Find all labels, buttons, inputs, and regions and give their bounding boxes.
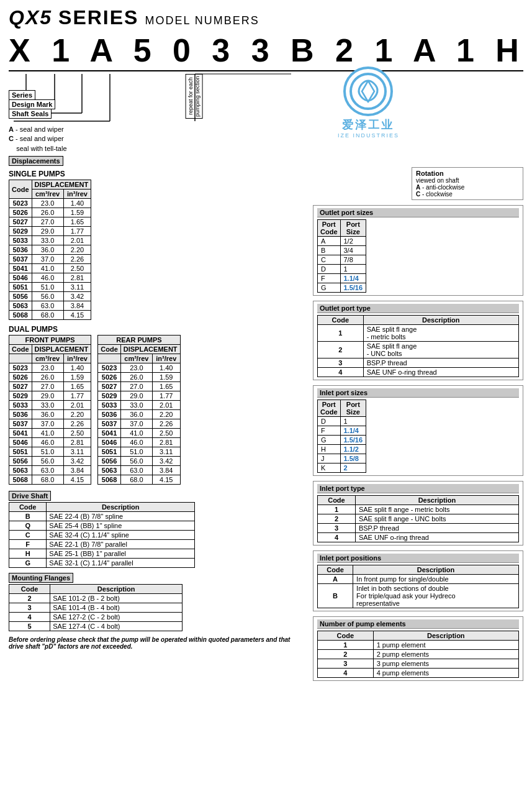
ipt-col-desc: Description	[355, 496, 518, 505]
pump-elements-table: Code Description 11 pump element22 pump …	[317, 631, 519, 678]
page-title: QX5 SERIES MODEL NUMBERS	[9, 6, 523, 29]
opt-col-code: Code	[318, 316, 364, 325]
table-row: BSAE 22-4 (B) 7/8" spline	[9, 512, 195, 521]
table-row: GSAE 32-1 (C) 1.1/4" parallel	[9, 559, 195, 568]
table-row: 504646.02.81	[9, 273, 91, 283]
rp-col-empty	[98, 354, 121, 363]
table-row: 2SAE 101-2 (B - 2 bolt)	[9, 594, 183, 603]
sp-col-code: Code	[9, 180, 32, 199]
dual-pumps-title: DUAL PUMPS	[9, 325, 307, 334]
sp-col-in3: in³/rev	[63, 189, 91, 199]
table-row: 502929.01.77	[9, 391, 91, 401]
outlet-port-type-box: Outlet port type Code Description 1SAE s…	[313, 301, 523, 380]
table-row: J1.5/8	[318, 454, 366, 463]
table-row: 502323.01.40	[98, 363, 180, 373]
table-row: HSAE 25-1 (BB) 1" parallel	[9, 549, 195, 559]
table-row: 506868.04.15	[9, 311, 91, 320]
pe-col-code: Code	[318, 631, 374, 641]
ipt-col-code: Code	[318, 496, 356, 505]
mounting-flanges-label-box: Mounting Flanges	[9, 573, 307, 584]
svg-point-10	[351, 74, 385, 109]
table-row: 503636.02.20	[98, 410, 180, 419]
rotation-subtitle: viewed on shaft	[416, 177, 519, 184]
table-row: FSAE 22-1 (B) 7/8" parallel	[9, 540, 195, 549]
table-row: H1.1/2	[318, 445, 366, 454]
inlet-port-sizes-table: PortCode PortSize D1F1.1/4G1.5/16H1.1/2J…	[317, 399, 366, 473]
outlet-port-sizes-box: Outlet port sizes PortCode PortSize A1/2…	[313, 205, 523, 296]
table-row: 1SAE split fl ange - metric bolts	[318, 505, 519, 514]
shaft-seals-section: A - seal and wiper C - seal and wiper se…	[9, 125, 523, 153]
displacements-label-box: Displacements	[9, 156, 523, 167]
ize-english-text: IZE INDUSTRIES	[338, 132, 399, 139]
table-row: QSAE 25-4 (BB) 1" spline	[9, 521, 195, 531]
table-row: G1.5/16	[318, 283, 366, 293]
table-row: 504646.02.81	[9, 438, 91, 447]
mounting-flanges-label: Mounting Flanges	[9, 573, 73, 583]
table-row: 503333.02.01	[9, 401, 91, 410]
table-row: 503333.02.01	[9, 236, 91, 245]
inlet-port-sizes-title: Inlet port sizes	[317, 388, 519, 398]
inlet-port-positions-table: Code Description AIn front pump for sing…	[317, 565, 519, 608]
table-row: 505656.03.42	[9, 457, 91, 466]
rotation-a: A - anti-clockwise	[416, 184, 519, 191]
ipp-col-desc: Description	[353, 565, 519, 575]
ize-chinese-text: 爱泽工业	[338, 117, 399, 132]
rotation-c: C - clockwise	[416, 191, 519, 198]
table-row: 502626.01.59	[9, 373, 91, 382]
table-row: 504141.02.50	[98, 429, 180, 438]
rotation-title: Rotation	[416, 170, 519, 177]
table-row: 502727.01.65	[9, 217, 91, 227]
table-row: F1.1/4	[318, 274, 366, 283]
table-row: 506868.04.15	[98, 475, 180, 485]
right-column: Rotation viewed on shaft A - anti-clockw…	[313, 167, 523, 686]
sp-col-cm3: cm³/rev	[32, 189, 63, 199]
outlet-port-sizes-title: Outlet port sizes	[317, 208, 519, 217]
outlet-port-type-table: Code Description 1SAE split fl ange- met…	[317, 315, 519, 377]
table-row: 503737.02.26	[98, 419, 180, 429]
mf-col-desc: Description	[50, 585, 183, 594]
ize-circle-icon	[348, 71, 389, 112]
rp-col-disp: DISPLACEMENT	[120, 345, 180, 354]
pump-elements-box: Number of pump elements Code Description…	[313, 616, 523, 681]
ds-col-desc: Description	[47, 503, 195, 512]
table-row: 503737.02.26	[9, 419, 91, 429]
table-row: 502323.01.40	[9, 363, 91, 373]
rp-col-code: Code	[98, 345, 121, 354]
repeat-label-box: repeat for each pumping section	[186, 73, 203, 119]
fp-col-disp: DISPLACEMENT	[32, 345, 91, 354]
title-qx5: QX5	[9, 6, 52, 29]
table-row: 502929.01.77	[9, 227, 91, 236]
table-row: B3/4	[318, 246, 366, 255]
repeat-label-text: repeat for each pumping section	[186, 74, 203, 119]
inlet-port-positions-box: Inlet port positions Code Description AI…	[313, 550, 523, 611]
fp-col-cm3: cm³/rev	[32, 354, 63, 363]
table-row: 33 pump elements	[318, 659, 519, 669]
table-row: 5SAE 127-4 (C - 4 bolt)	[9, 622, 183, 631]
table-row: 3BSP.P thread	[318, 358, 519, 368]
fp-col-code: Code	[9, 345, 32, 354]
table-row: 505151.03.11	[9, 283, 91, 292]
table-row: K2	[318, 463, 366, 473]
title-series: SERIES	[58, 6, 138, 29]
table-row: BInlet in both sections of doubleFor tri…	[318, 584, 519, 608]
model-number-display: X 1 A 5 0 3 3 B 2 1 A 1 H 1 D C	[9, 32, 523, 71]
table-row: 4SAE 127-2 (C - 2 bolt)	[9, 613, 183, 622]
ips-col-size: PortSize	[340, 400, 366, 417]
pe-col-desc: Description	[373, 631, 518, 641]
outlet-port-type-title: Outlet port type	[317, 304, 519, 313]
rp-col-in3: in³/rev	[152, 354, 180, 363]
single-pumps-title: SINGLE PUMPS	[9, 170, 307, 178]
sp-col-disp: DISPLACEMENT	[32, 180, 91, 189]
table-row: 1SAE split fl ange- metric bolts	[318, 325, 519, 342]
table-row: 502929.01.77	[98, 391, 180, 401]
table-row: 502727.01.65	[98, 382, 180, 391]
fp-col-in3: in³/rev	[63, 354, 91, 363]
rear-pumps-header: REAR PUMPS	[98, 336, 180, 345]
table-row: 506363.03.84	[98, 466, 180, 475]
table-row: A1/2	[318, 237, 366, 246]
shaft-seal-a: A - seal and wiper	[9, 125, 523, 134]
table-row: 4SAE UNF o-ring thread	[318, 368, 519, 377]
front-pumps-table: FRONT PUMPS Code DISPLACEMENT cm³/rev in…	[9, 335, 91, 485]
table-row: 502626.01.59	[9, 208, 91, 217]
pump-elements-title: Number of pump elements	[317, 619, 519, 629]
